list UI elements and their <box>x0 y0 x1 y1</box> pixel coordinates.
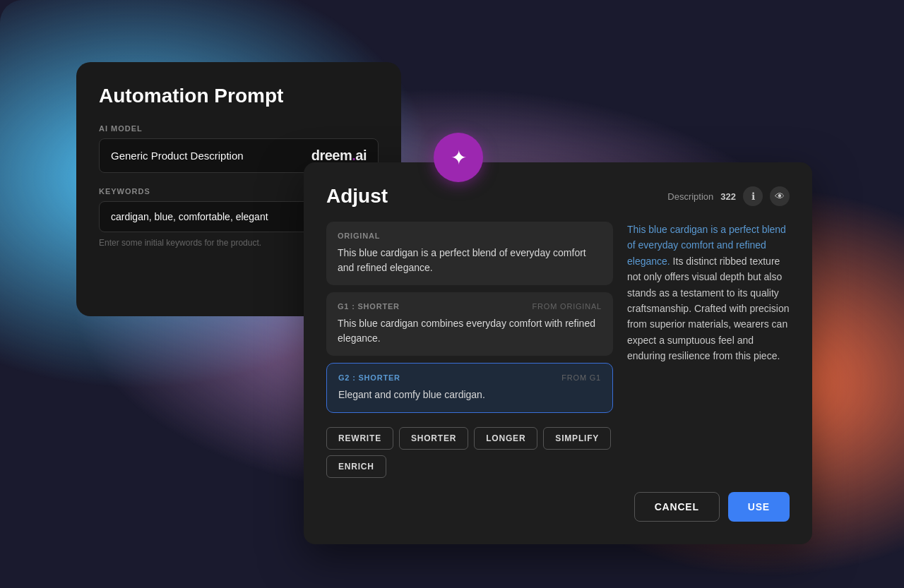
version-label-2: G2 : SHORTER <box>338 373 400 382</box>
version-text-2: Elegant and comfy blue cardigan. <box>338 388 601 402</box>
left-panel: ORIGINAL This blue cardigan is a perfect… <box>326 222 613 478</box>
info-icon-button[interactable]: ℹ <box>743 186 763 206</box>
cancel-button[interactable]: CANCEL <box>634 492 720 522</box>
version-block-g1[interactable]: G1 : SHORTER FROM ORIGINAL This blue car… <box>326 292 613 356</box>
use-button[interactable]: USE <box>728 492 790 522</box>
sparkle-icon: ✦ <box>451 146 467 169</box>
version-meta-1: G1 : SHORTER FROM ORIGINAL <box>338 302 602 311</box>
version-block-original[interactable]: ORIGINAL This blue cardigan is a perfect… <box>326 222 613 285</box>
char-count: 322 <box>720 191 736 202</box>
keywords-value: cardigan, blue, comfortable, elegant <box>111 211 268 222</box>
version-text-0: This blue cardigan is a perfect blend of… <box>338 246 602 275</box>
sparkle-badge: ✦ <box>434 133 483 182</box>
shorter-button[interactable]: SHORTER <box>399 427 468 450</box>
adjust-dialog: Adjust Description 322 ℹ 👁 ORIGINAL This… <box>304 162 812 544</box>
automation-title: Automation Prompt <box>99 85 379 107</box>
adjust-title: Adjust <box>326 185 388 208</box>
version-label-1: G1 : SHORTER <box>338 302 400 311</box>
eye-icon: 👁 <box>775 191 785 202</box>
description-meta: Description 322 ℹ 👁 <box>667 186 790 206</box>
enrich-button[interactable]: ENRICH <box>326 455 386 478</box>
description-label: Description <box>667 191 713 202</box>
version-block-g2[interactable]: G2 : SHORTER FROM G1 Elegant and comfy b… <box>326 363 613 413</box>
ai-model-label: AI MODEL <box>99 124 379 133</box>
version-meta-2: G2 : SHORTER FROM G1 <box>338 373 601 382</box>
simplify-button[interactable]: SIMPLIFY <box>543 427 611 450</box>
version-text-1: This blue cardigan combines everyday com… <box>338 316 602 346</box>
rewrite-button[interactable]: REWRITE <box>326 427 393 450</box>
version-label-0: ORIGINAL <box>338 232 380 240</box>
eye-icon-button[interactable]: 👁 <box>770 186 790 206</box>
footer-row: CANCEL USE <box>326 492 790 522</box>
longer-button[interactable]: LONGER <box>474 427 537 450</box>
right-panel: This blue cardigan is a perfect blend of… <box>627 222 790 478</box>
version-source-2: FROM G1 <box>561 373 601 382</box>
dialog-body: ORIGINAL This blue cardigan is a perfect… <box>326 222 790 478</box>
action-row: REWRITE SHORTER LONGER SIMPLIFY ENRICH <box>326 427 613 478</box>
info-icon: ℹ <box>751 191 755 202</box>
dreem-logo: dreem.ai <box>311 148 367 164</box>
ai-model-value: Generic Product Description <box>111 150 244 162</box>
version-meta-0: ORIGINAL <box>338 232 602 240</box>
right-panel-rest: Its distinct ribbed texture not only off… <box>627 256 790 361</box>
version-source-1: FROM ORIGINAL <box>533 302 602 311</box>
adjust-header: Adjust Description 322 ℹ 👁 <box>326 185 790 208</box>
